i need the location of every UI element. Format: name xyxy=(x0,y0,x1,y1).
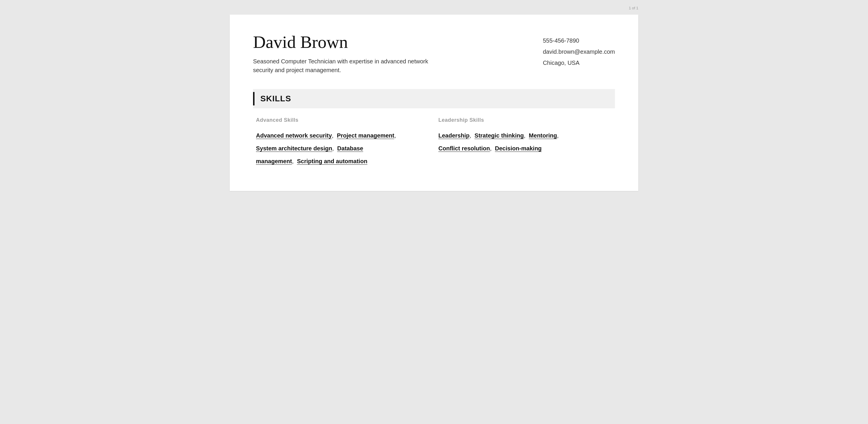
skills-columns: Advanced Skills Advanced network securit… xyxy=(253,117,615,168)
leadership-skills-category-title: Leadership Skills xyxy=(438,117,609,123)
skill-decision-making: Decision-making xyxy=(495,145,542,152)
skill-management: management xyxy=(256,158,292,164)
page-counter: 1 of 1 xyxy=(629,6,638,10)
skill-mentoring: Mentoring xyxy=(529,132,557,139)
page-wrapper: 1 of 1 David Brown Seasoned Computer Tec… xyxy=(230,6,638,191)
skill-advanced-network-security: Advanced network security xyxy=(256,132,332,139)
candidate-summary: Seasoned Computer Technician with expert… xyxy=(253,57,428,74)
skill-sep-7: , xyxy=(557,132,559,139)
advanced-skills-list: Advanced network security, Project manag… xyxy=(256,129,427,168)
skill-leadership: Leadership xyxy=(438,132,470,139)
skill-sep-3: , xyxy=(332,145,334,152)
candidate-name: David Brown xyxy=(253,32,543,52)
header-contact: 555-456-7890 david.brown@example.com Chi… xyxy=(543,32,615,68)
skill-project-management: Project management xyxy=(337,132,394,139)
advanced-skills-category-title: Advanced Skills xyxy=(256,117,427,123)
phone: 555-456-7890 xyxy=(543,35,615,46)
skill-system-architecture: System architecture design xyxy=(256,145,332,152)
skill-sep-5: , xyxy=(470,132,471,139)
skill-conflict-resolution: Conflict resolution xyxy=(438,145,490,152)
advanced-skills-column: Advanced Skills Advanced network securit… xyxy=(253,117,433,168)
skill-strategic-thinking: Strategic thinking xyxy=(474,132,524,139)
location: Chicago, USA xyxy=(543,57,615,68)
skills-section: SKILLS Advanced Skills Advanced network … xyxy=(253,89,615,168)
section-border-bar xyxy=(253,92,254,105)
skills-section-title: SKILLS xyxy=(260,94,291,103)
leadership-skills-list: Leadership, Strategic thinking, Mentorin… xyxy=(438,129,609,155)
skill-sep-1: , xyxy=(332,132,334,139)
leadership-skills-column: Leadership Skills Leadership, Strategic … xyxy=(433,117,615,168)
skill-sep-2: , xyxy=(394,132,396,139)
skill-sep-8: , xyxy=(490,145,492,152)
skill-database: Database xyxy=(337,145,363,152)
skill-scripting-automation: Scripting and automation xyxy=(297,158,368,164)
header-section: David Brown Seasoned Computer Technician… xyxy=(253,32,615,74)
skill-sep-6: , xyxy=(524,132,526,139)
header-left: David Brown Seasoned Computer Technician… xyxy=(253,32,543,74)
skill-sep-4: , xyxy=(292,158,293,164)
skills-section-header: SKILLS xyxy=(253,89,615,108)
resume-page: David Brown Seasoned Computer Technician… xyxy=(230,14,638,191)
email: david.brown@example.com xyxy=(543,46,615,57)
